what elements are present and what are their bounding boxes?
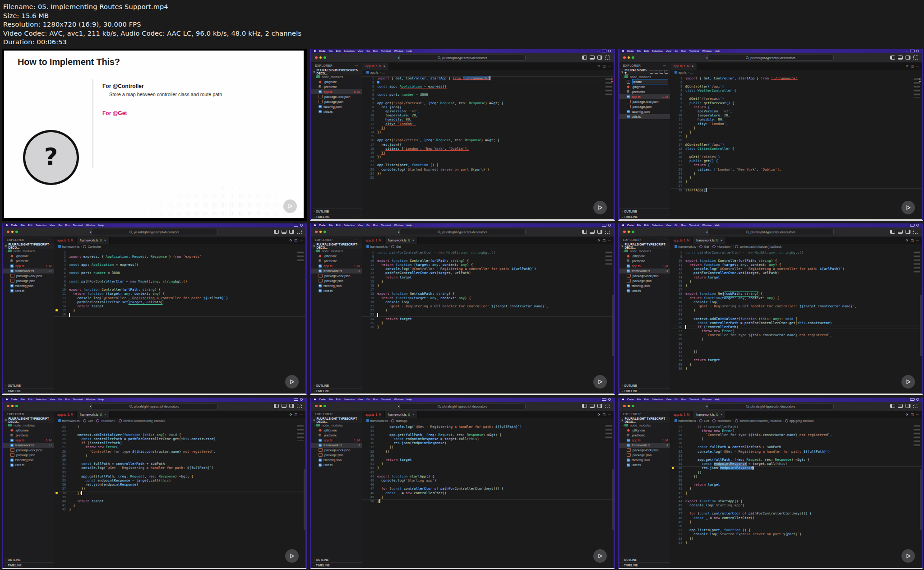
menu-item-file[interactable]: File [329,50,333,52]
menu-item-terminal[interactable]: Terminal [689,398,699,401]
file-row-framework.ts[interactable]: TSframework.tsU [619,269,670,273]
minimize-window-icon[interactable] [628,405,630,408]
explorer-root-folder[interactable]: ∨PLURALSIGHT-TYPESCRIPT-DECO... [311,243,362,249]
zoom-window-icon[interactable] [15,405,18,408]
menu-item-help[interactable]: Help [98,224,104,227]
close-tab-icon[interactable]: × [721,239,722,242]
close-tab-icon[interactable]: × [104,239,106,242]
customize-layout-icon[interactable] [913,230,918,234]
breadcrumb-item[interactable]: framework.ts [62,245,80,248]
close-window-icon[interactable] [623,231,626,233]
file-row-.prettierrc[interactable]: P.prettierrc [619,89,670,94]
tab-framework.ts[interactable]: framework.tsU× [385,411,418,418]
timeline-section[interactable]: ›TIMELINE [619,562,670,568]
tab-app.ts[interactable]: app.ts1, M [670,411,693,418]
menu-item-file[interactable]: File [637,398,641,401]
customize-layout-icon[interactable] [605,56,610,60]
command-center-search[interactable]: pluralsight-typescript-decorators [707,55,834,61]
menu-item-help[interactable]: Help [407,398,412,401]
toggle-panel-icon[interactable] [898,230,903,234]
customize-layout-icon[interactable] [605,230,610,234]
menu-item-window[interactable]: Window [86,398,95,401]
toggle-secondary-sidebar-icon[interactable] [906,56,910,60]
file-row-tsconfig.json[interactable]: TStsconfig.json [311,104,362,109]
file-row-node_modules[interactable]: ›node_modules [311,74,362,79]
scrollbar-thumb[interactable] [304,469,305,530]
file-row-package-lock.json[interactable]: package-lock.json [3,273,54,278]
timeline-section[interactable]: ›TIMELINE [619,214,670,220]
menu-item-selection[interactable]: Selection [652,224,663,227]
file-row-app.ts[interactable]: TSapp.ts1, M [619,438,670,443]
zoom-window-icon[interactable] [323,231,326,233]
file-row-.gitignore[interactable]: .gitignore [3,254,54,259]
menu-item-selection[interactable]: Selection [652,50,663,52]
file-row-utils.ts[interactable]: TSutils.ts [619,463,670,468]
split-editor-icon[interactable]: ◫ [602,239,605,242]
menu-item-run[interactable]: Run [681,50,686,52]
code-editor[interactable]: 32 console.log(`@Get - Registering a han… [362,423,614,568]
explorer-root-folder[interactable]: ∨PLURALSIGHT-TYPESCRIPT-DECO... [619,417,670,423]
close-window-icon[interactable] [7,405,9,408]
new-file-icon[interactable] [650,70,653,74]
minimize-window-icon[interactable] [319,231,322,233]
history-icon[interactable]: ⟳ [290,239,292,242]
close-window-icon[interactable] [623,56,626,59]
file-row-framework.ts[interactable]: TSframework.tsU [3,269,54,273]
more-actions-icon[interactable]: ⋯ [663,412,666,416]
menu-item-edit[interactable]: Edit [644,50,649,52]
menu-item-window[interactable]: Window [702,398,711,401]
menu-item-selection[interactable]: Selection [36,398,46,401]
toggle-primary-sidebar-icon[interactable] [582,230,587,234]
tab-app.ts[interactable]: app.ts1, M× [670,63,697,70]
more-actions-icon[interactable]: ⋯ [46,412,50,416]
code-editor[interactable]: 1import { Get, Controller, startApp } fr… [670,75,922,220]
close-window-icon[interactable] [623,405,626,408]
toggle-panel-icon[interactable] [898,404,903,408]
menu-item-edit[interactable]: Edit [28,398,32,401]
more-actions-icon[interactable]: ⋯ [46,238,50,242]
breadcrumb-item[interactable]: framework.ts [370,245,388,248]
new-folder-icon[interactable] [655,70,658,74]
zoom-window-icon[interactable] [323,405,326,408]
breadcrumb-item[interactable]: context.addInitializer() callback [739,245,781,248]
close-tab-icon[interactable]: × [412,239,414,242]
close-window-icon[interactable] [315,405,318,408]
command-center-search[interactable]: pluralsight-typescript-decorators [399,229,526,235]
file-row-frame[interactable]: frame [619,79,670,84]
file-row-.prettierrc[interactable]: P.prettierrc [311,84,362,89]
menu-item-window[interactable]: Window [394,224,403,227]
more-actions-icon[interactable]: ⋯ [916,65,919,68]
close-tab-icon[interactable]: × [104,413,106,416]
breadcrumb-item[interactable]: framework.ts [679,245,696,248]
close-tab-icon[interactable]: × [721,413,722,416]
file-row-.gitignore[interactable]: .gitignore [619,254,670,259]
customize-layout-icon[interactable] [913,404,918,408]
file-row-utils.ts[interactable]: TSutils.ts [3,288,54,293]
menu-item-code[interactable]: Code [11,224,18,227]
breadcrumb-item[interactable]: Get [704,245,709,248]
toggle-panel-icon[interactable] [590,56,595,60]
customize-layout-icon[interactable] [913,56,918,60]
menu-item-go[interactable]: Go [675,224,678,227]
menu-item-help[interactable]: Help [715,50,720,52]
outline-section[interactable]: ›OUTLINE [619,383,670,389]
minimize-window-icon[interactable] [319,405,322,408]
file-row-package-lock.json[interactable]: package-lock.json [619,448,670,453]
menu-item-view[interactable]: View [666,224,671,227]
breadcrumb-item[interactable]: context.addInitializer() callback [739,419,781,422]
menu-item-file[interactable]: File [637,224,641,227]
minimize-window-icon[interactable] [11,231,14,233]
file-row-package-lock.json[interactable]: package-lock.json [619,273,670,278]
menu-item-help[interactable]: Help [715,398,720,401]
toggle-panel-icon[interactable] [898,56,903,60]
timeline-section[interactable]: ›TIMELINE [619,388,670,394]
history-icon[interactable]: ⟳ [598,413,601,417]
file-row-package-lock.json[interactable]: package-lock.json [311,273,362,278]
explorer-root-folder[interactable]: ∨PLURALSIGHT-TYPESCRIPT-DECO... [3,417,54,423]
menu-item-edit[interactable]: Edit [336,224,341,227]
close-tab-icon[interactable]: × [412,413,414,416]
toggle-primary-sidebar-icon[interactable] [890,56,895,60]
code-editor[interactable]: 8const pathForControllerCtor = new Map&l… [362,249,614,394]
menu-item-go[interactable]: Go [366,224,370,227]
toggle-secondary-sidebar-icon[interactable] [289,404,294,408]
